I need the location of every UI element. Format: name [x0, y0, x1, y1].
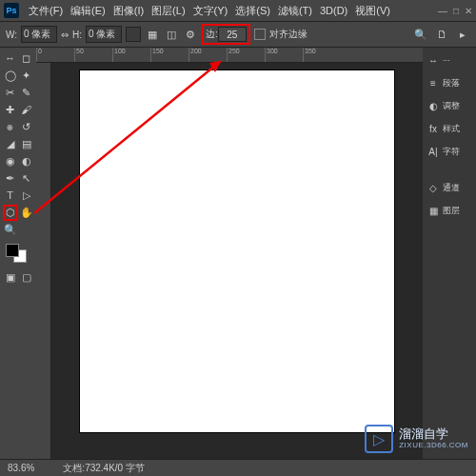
menu-3d[interactable]: 3D(D) — [316, 5, 351, 16]
watermark-icon: ▷ — [365, 425, 393, 453]
menu-layer[interactable]: 图层(L) — [148, 4, 188, 18]
maximize-icon[interactable]: □ — [453, 6, 459, 16]
polygon-tool[interactable]: ⬡ — [3, 205, 18, 221]
sides-input[interactable] — [218, 27, 247, 42]
screen-mode-tool[interactable]: ▢ — [19, 269, 34, 286]
menu-image[interactable]: 图像(I) — [109, 4, 148, 18]
sides-group: 边: — [202, 24, 250, 45]
lasso-tool[interactable]: ◯ — [3, 68, 18, 84]
blur-tool[interactable]: ◉ — [3, 153, 18, 169]
menu-view[interactable]: 视图(V) — [351, 4, 394, 18]
search-icon[interactable]: 🔍 — [413, 27, 428, 42]
panel-channels[interactable]: ◇通道 — [425, 179, 474, 196]
gradient-tool[interactable]: ▤ — [19, 136, 34, 152]
height-label: H: — [72, 30, 82, 40]
width-input[interactable] — [21, 26, 57, 43]
quickmask-tool[interactable]: ▣ — [3, 269, 18, 286]
options-bar: W: ⇔ H: ▦ ◫ ⚙ 边: 对齐边缘 🔍 🗋 ▸ — [0, 21, 476, 48]
dodge-tool[interactable]: ◐ — [19, 153, 34, 169]
menu-type[interactable]: 文字(Y) — [189, 4, 232, 18]
path-tool[interactable]: ↖ — [19, 170, 34, 187]
watermark-name: 溜溜自学 — [399, 427, 468, 441]
menu-filter[interactable]: 滤镜(T) — [274, 4, 316, 18]
watermark-url: ZIXUE.3D66.COM — [399, 442, 468, 450]
height-input[interactable] — [86, 26, 122, 43]
pen-tool[interactable]: ✒ — [3, 170, 18, 187]
heal-tool[interactable]: ✚ — [3, 102, 18, 118]
watermark: ▷ 溜溜自学 ZIXUE.3D66.COM — [365, 425, 468, 453]
width-label: W: — [6, 30, 17, 40]
ruler-horizontal: 050100150200250300350 — [36, 48, 423, 63]
crop-tool[interactable]: ✂ — [3, 85, 18, 101]
panel-nav[interactable]: ↔··· — [425, 51, 474, 69]
panel-paragraph[interactable]: ≡段落 — [425, 74, 474, 91]
move-tool[interactable]: ↔ — [3, 50, 18, 67]
marquee-tool[interactable]: ◻ — [19, 50, 34, 67]
canvas[interactable] — [51, 63, 423, 459]
panel-layers[interactable]: ▦图层 — [425, 202, 474, 219]
sides-label: 边: — [206, 28, 218, 41]
menu-edit[interactable]: 编辑(E) — [67, 4, 109, 18]
stamp-tool[interactable]: ⎈ — [3, 119, 18, 135]
zoom-tool[interactable]: 🔍 — [3, 222, 18, 238]
eyedropper-tool[interactable]: ✎ — [19, 85, 34, 101]
brush-tool[interactable]: 🖌 — [19, 102, 34, 118]
panel-styles[interactable]: fx样式 — [425, 120, 474, 137]
text-tool[interactable]: T — [3, 188, 18, 204]
history-brush-tool[interactable]: ↺ — [19, 119, 34, 135]
close-icon[interactable]: ✕ — [465, 6, 472, 16]
statusbar: 83.6% 文档:732.4K/0 字节 — [0, 459, 476, 476]
zoom-level[interactable]: 83.6% — [8, 463, 34, 473]
direct-select-tool[interactable]: ▷ — [19, 188, 34, 204]
wand-tool[interactable]: ✦ — [19, 68, 34, 84]
align-icon[interactable]: ▦ — [145, 27, 160, 42]
toolbar: ↔◻ ◯✦ ✂✎ ✚🖌 ⎈↺ ◢▤ ◉◐ ✒↖ T▷ ⬡✋ 🔍 ▣▢ — [0, 48, 36, 459]
foreground-swatch[interactable] — [6, 244, 19, 257]
menu-select[interactable]: 选择(S) — [231, 4, 274, 18]
menubar: Ps 文件(F) 编辑(E) 图像(I) 图层(L) 文字(Y) 选择(S) 滤… — [0, 0, 476, 21]
gear-icon[interactable]: ⚙ — [183, 27, 198, 42]
align-edges-label: 对齐边缘 — [269, 28, 307, 41]
link-icon[interactable]: ⇔ — [61, 30, 69, 40]
document-page[interactable] — [80, 70, 394, 432]
stroke-icon[interactable]: ◫ — [164, 27, 179, 42]
panel-menu-icon[interactable]: ▸ — [455, 27, 470, 42]
canvas-area: 050100150200250300350 — [36, 48, 423, 459]
minimize-icon[interactable]: — — [438, 6, 447, 16]
hand-tool[interactable]: ✋ — [19, 205, 34, 221]
panel-adjust[interactable]: ◐调整 — [425, 97, 474, 114]
menu-file[interactable]: 文件(F) — [25, 4, 67, 18]
app-icon: Ps — [4, 3, 19, 18]
panel-character[interactable]: A|字符 — [425, 143, 474, 160]
doc-icon[interactable]: 🗋 — [434, 27, 449, 42]
eraser-tool[interactable]: ◢ — [3, 136, 18, 152]
ruler-vertical — [36, 63, 51, 459]
align-edges-checkbox[interactable] — [254, 29, 266, 40]
opt-swatch[interactable] — [126, 27, 141, 42]
doc-info: 文档:732.4K/0 字节 — [63, 462, 145, 475]
panels: ↔··· ≡段落 ◐调整 fx样式 A|字符 ◇通道 ▦图层 — [423, 48, 476, 459]
